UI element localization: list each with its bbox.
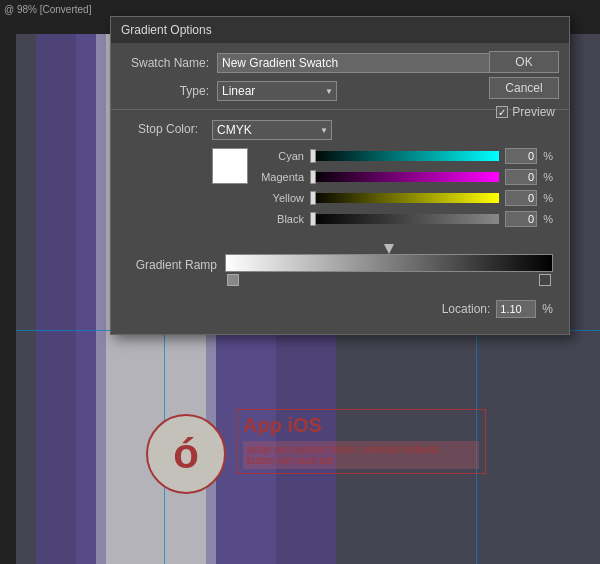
preview-row: ✓ Preview (496, 105, 555, 119)
cancel-button[interactable]: Cancel (489, 77, 559, 99)
preview-checkbox[interactable]: ✓ (496, 106, 508, 118)
magenta-percent: % (543, 171, 553, 183)
yellow-slider-track[interactable] (310, 193, 499, 203)
color-sliders: Cyan % Magenta (256, 148, 553, 232)
dialog-body: OK Cancel ✓ Preview Swatch Name: Type: L… (111, 43, 569, 334)
yellow-row: Yellow % (256, 190, 553, 206)
cyan-label: Cyan (256, 150, 304, 162)
magenta-slider-thumb[interactable] (310, 170, 316, 184)
color-swatch[interactable] (212, 148, 248, 184)
ramp-right-handle[interactable] (539, 274, 551, 286)
location-input[interactable] (496, 300, 536, 318)
stop-color-section: Stop Color: CMYK RGB Lab ▼ (127, 120, 553, 232)
black-percent: % (543, 213, 553, 225)
magenta-slider-track[interactable] (310, 172, 499, 182)
type-select-wrapper: Linear Radial ▼ (217, 81, 337, 101)
type-select[interactable]: Linear Radial (217, 81, 337, 101)
yellow-value-input[interactable] (505, 190, 537, 206)
stop-color-label: Stop Color: (127, 120, 202, 136)
gradient-ramp-label: Gradient Ramp (127, 258, 217, 272)
black-slider-track[interactable] (310, 214, 499, 224)
gradient-options-dialog: Gradient Options OK Cancel ✓ Preview Swa… (110, 16, 570, 335)
magenta-label: Magenta (256, 171, 304, 183)
magenta-row: Magenta % (256, 169, 553, 185)
location-label: Location: (442, 302, 491, 316)
black-row: Black % (256, 211, 553, 227)
cyan-slider-thumb[interactable] (310, 149, 316, 163)
swatch-name-label: Swatch Name: (127, 56, 217, 70)
black-value-input[interactable] (505, 211, 537, 227)
ramp-midpoint-handle[interactable] (384, 244, 394, 254)
preview-label: Preview (512, 105, 555, 119)
magenta-value-input[interactable] (505, 169, 537, 185)
yellow-slider-thumb[interactable] (310, 191, 316, 205)
location-percent: % (542, 302, 553, 316)
dialog-titlebar: Gradient Options (111, 17, 569, 43)
black-slider-thumb[interactable] (310, 212, 316, 226)
stop-color-select[interactable]: CMYK RGB Lab (212, 120, 332, 140)
gradient-ramp-row: Gradient Ramp (127, 244, 553, 286)
cyan-slider-track[interactable] (310, 151, 499, 161)
stop-color-right: CMYK RGB Lab ▼ Cyan (212, 120, 553, 232)
type-label: Type: (127, 84, 217, 98)
yellow-percent: % (543, 192, 553, 204)
ok-button[interactable]: OK (489, 51, 559, 73)
cyan-value-input[interactable] (505, 148, 537, 164)
gradient-ramp-section: Gradient Ramp Location: % (127, 244, 553, 318)
stop-color-select-wrapper: CMYK RGB Lab ▼ (212, 120, 332, 140)
cyan-row: Cyan % (256, 148, 553, 164)
gradient-ramp-track[interactable] (225, 254, 553, 272)
stop-color-select-row: CMYK RGB Lab ▼ (212, 120, 553, 140)
dialog-title: Gradient Options (121, 23, 212, 37)
location-row: Location: % (127, 300, 553, 318)
cyan-percent: % (543, 150, 553, 162)
ramp-left-handle[interactable] (227, 274, 239, 286)
black-label: Black (256, 213, 304, 225)
yellow-label: Yellow (256, 192, 304, 204)
